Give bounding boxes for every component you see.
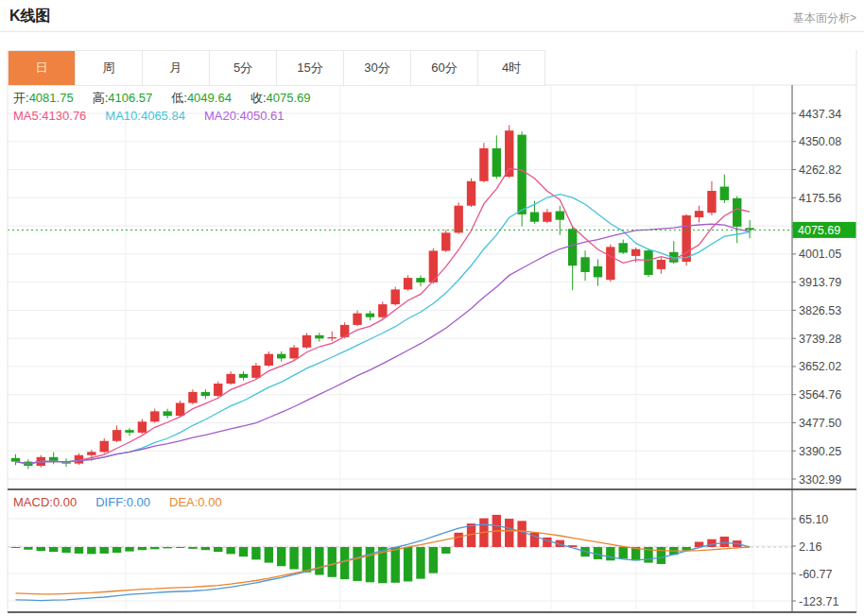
price-axis-label: 4437.34 bbox=[799, 108, 841, 121]
macd-histogram-bar bbox=[416, 547, 424, 579]
macd-histogram-bar bbox=[24, 547, 32, 550]
macd-histogram-bar bbox=[100, 547, 109, 554]
macd-histogram-bar bbox=[87, 547, 95, 554]
candle-body bbox=[391, 289, 400, 304]
macd-histogram-bar bbox=[75, 547, 83, 554]
price-axis-label: 3390.25 bbox=[799, 445, 841, 458]
candle-body bbox=[733, 198, 741, 227]
tab-4时[interactable]: 4时 bbox=[478, 51, 545, 86]
macd-histogram-bar bbox=[277, 547, 285, 566]
candle-body bbox=[315, 335, 323, 338]
macd-histogram-bar bbox=[176, 547, 184, 548]
price-axis-label: 4262.82 bbox=[799, 163, 841, 177]
candle-body bbox=[378, 304, 387, 317]
candle-body bbox=[720, 187, 729, 200]
price-axis-label: 65.10 bbox=[799, 513, 828, 526]
tab-周[interactable]: 周 bbox=[76, 51, 143, 86]
tab-日[interactable]: 日 bbox=[9, 51, 76, 86]
candle-body bbox=[100, 441, 109, 453]
tab-15分[interactable]: 15分 bbox=[277, 51, 344, 86]
candle-body bbox=[328, 337, 337, 338]
candle-body bbox=[695, 211, 703, 217]
fundamental-analysis-link[interactable]: 基本面分析> bbox=[793, 10, 856, 26]
interval-tabs: 日周月5分15分30分60分4时 bbox=[8, 50, 545, 86]
tab-60分[interactable]: 60分 bbox=[411, 51, 478, 86]
candle-body bbox=[176, 402, 184, 416]
candle-body bbox=[226, 374, 234, 384]
candle-body bbox=[112, 430, 121, 441]
macd-histogram-bar bbox=[112, 547, 121, 553]
price-axis-label: 2.16 bbox=[799, 540, 821, 554]
candle-body bbox=[416, 278, 424, 282]
tab-5分[interactable]: 5分 bbox=[210, 51, 277, 86]
candle-body bbox=[125, 430, 133, 433]
candle-body bbox=[366, 314, 374, 317]
macd-histogram-bar bbox=[302, 547, 311, 573]
legend-item: MA5:4130.76 bbox=[13, 109, 86, 123]
legend-item: DIFF:0.00 bbox=[95, 495, 150, 509]
candle-body bbox=[353, 314, 361, 325]
ma-legend: MA5:4130.76MA10:4065.84MA20:4050.61 bbox=[13, 109, 303, 123]
current-price-tag-text: 4075.69 bbox=[798, 224, 840, 237]
candle-body bbox=[505, 130, 513, 177]
candle-body bbox=[289, 348, 298, 359]
candle-body bbox=[530, 213, 539, 222]
macd-histogram-bar bbox=[505, 519, 513, 547]
candle-body bbox=[239, 374, 248, 378]
candle-body bbox=[631, 249, 640, 256]
legend-item: DEA:0.00 bbox=[169, 495, 222, 509]
candle-body bbox=[644, 250, 652, 275]
macd-histogram-bar bbox=[328, 547, 337, 577]
tab-30分[interactable]: 30分 bbox=[344, 51, 411, 86]
price-axis-label: 3739.28 bbox=[799, 333, 841, 346]
candle-body bbox=[543, 213, 551, 222]
macd-histogram-bar bbox=[441, 547, 450, 554]
candle-body bbox=[251, 366, 260, 378]
legend-item: 收:4075.69 bbox=[251, 91, 311, 105]
macd-histogram-bar bbox=[188, 547, 197, 549]
tab-月[interactable]: 月 bbox=[143, 51, 210, 86]
price-axis-label: 3564.76 bbox=[799, 388, 841, 402]
macd-histogram-bar bbox=[289, 547, 298, 570]
candle-body bbox=[277, 354, 285, 359]
macd-histogram-bar bbox=[606, 547, 614, 560]
candle-body bbox=[49, 457, 58, 461]
candle-body bbox=[441, 232, 450, 250]
macd-histogram-bar bbox=[239, 547, 248, 556]
macd-histogram-bar bbox=[201, 547, 210, 550]
price-axis-label: 3302.99 bbox=[799, 473, 841, 487]
macd-histogram-bar bbox=[265, 547, 273, 563]
candle-body bbox=[265, 354, 273, 366]
macd-histogram-bar bbox=[37, 547, 45, 551]
macd-histogram-bar bbox=[163, 547, 171, 548]
macd-histogram-bar bbox=[353, 547, 361, 581]
macd-histogram-bar bbox=[138, 547, 147, 550]
legend-item: 低:4049.64 bbox=[171, 91, 232, 105]
candle-body bbox=[657, 260, 665, 269]
macd-histogram-bar bbox=[49, 547, 58, 552]
candle-body bbox=[707, 191, 716, 213]
macd-histogram-bar bbox=[315, 547, 323, 574]
price-axis-label: 3826.53 bbox=[799, 304, 841, 317]
price-axis-label: 4175.56 bbox=[799, 192, 841, 205]
legend-item: MA20:4050.61 bbox=[204, 109, 285, 123]
macd-histogram-bar bbox=[391, 547, 400, 583]
candle-body bbox=[163, 411, 171, 416]
macd-histogram-bar bbox=[11, 547, 20, 548]
legend-item: 高:4106.57 bbox=[93, 91, 153, 105]
legend-item: MACD:0.00 bbox=[13, 495, 77, 509]
candle-body bbox=[188, 392, 197, 403]
macd-histogram-bar bbox=[404, 547, 412, 581]
macd-histogram-bar bbox=[214, 547, 222, 552]
macd-histogram-bar bbox=[340, 547, 349, 579]
candle-body bbox=[138, 421, 147, 433]
candle-body bbox=[606, 247, 614, 280]
candle-body bbox=[467, 181, 475, 206]
candle-body bbox=[479, 148, 488, 181]
candle-body bbox=[619, 243, 628, 252]
candle-body bbox=[201, 392, 210, 396]
price-axis-label: -60.77 bbox=[799, 568, 832, 581]
candle-body bbox=[302, 335, 311, 348]
macd-histogram-bar bbox=[366, 547, 374, 582]
page-title: K线图 bbox=[9, 7, 51, 26]
